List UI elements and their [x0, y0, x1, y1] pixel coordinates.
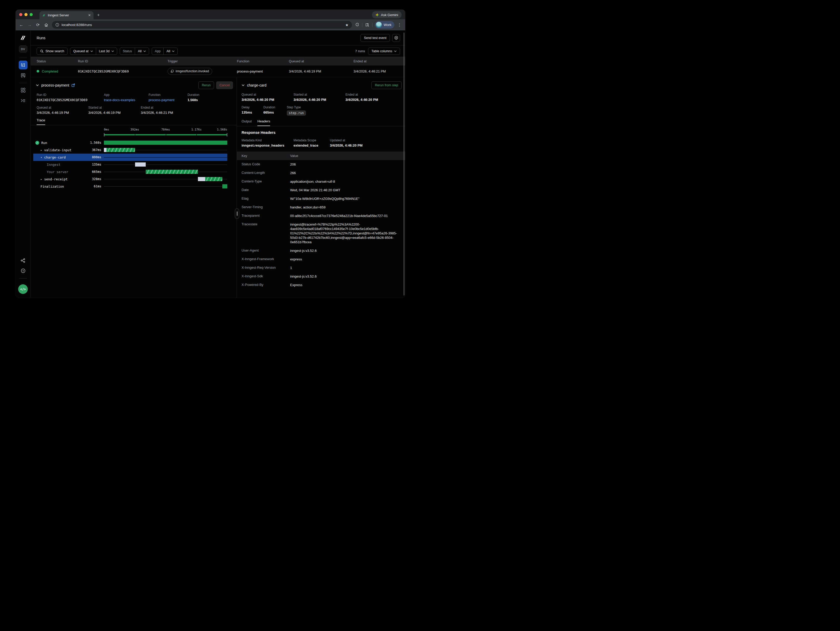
header-row: X-Inngest-Frameworkexpress [242, 255, 400, 264]
traffic-lights [19, 13, 33, 16]
queued-at-dropdown[interactable]: Queued at [70, 48, 96, 55]
close-button[interactable] [19, 13, 22, 16]
collapse-chevron-icon[interactable] [242, 84, 245, 86]
function-cell: process-payment [237, 70, 289, 73]
trace-row-finalization[interactable]: Finalization61ms [33, 183, 227, 190]
profile-chip[interactable]: Work [375, 21, 394, 28]
ended-value: 3/4/2026, 4:46:21 PM [141, 111, 233, 115]
metadata-scope-label: Metadata Scope [294, 139, 330, 142]
table-row[interactable]: Completed 01KJXD1TQCZ852GMEX0CQF3D69 inn… [31, 65, 405, 77]
reload-icon[interactable]: ⟳ [35, 22, 41, 28]
help-button[interactable]: ? [19, 266, 28, 275]
dev-tools-button[interactable]: </> [18, 284, 28, 294]
step-ended-value: 3/4/2026, 4:46:20 PM [346, 98, 401, 101]
zoom-button[interactable] [30, 13, 33, 16]
extensions-icon[interactable] [355, 23, 360, 27]
app-link[interactable]: trace-docs-examples [104, 98, 148, 102]
sidebar-item-apps[interactable] [19, 86, 28, 95]
tab-output[interactable]: Output [242, 119, 252, 126]
time-range-dropdown[interactable]: Last 3d [96, 48, 117, 55]
queued-at-cell: 3/4/2026, 4:46:19 PM [289, 70, 354, 73]
sidebar-item-runs[interactable] [19, 60, 28, 70]
step-type-label: Step Type [287, 106, 401, 109]
bookmark-star-icon[interactable]: ★ [345, 23, 349, 27]
send-test-event-button[interactable]: Send test event [360, 34, 390, 42]
rerun-from-step-button[interactable]: Rerun from step [371, 81, 401, 89]
table-columns-button[interactable]: Table columns [368, 47, 400, 55]
step-queued-value: 3/4/2026, 4:46:20 PM [242, 98, 294, 101]
time-filter: Queued at Last 3d [70, 47, 117, 55]
trace-row-validate-input[interactable]: ▸validate-input367ms [33, 146, 227, 153]
status-filter-dropdown[interactable]: All [135, 48, 149, 55]
duration-label: Duration [188, 93, 233, 96]
avatar [376, 22, 382, 28]
started-value: 3/4/2026, 4:46:19 PM [88, 111, 141, 115]
settings-button[interactable] [392, 34, 400, 42]
header-row: EtagW/"10a-W8k9rUOR+zZG9xQQp8hg7694N1E" [242, 195, 400, 203]
run-id-value: 01KJXD1TQCZ852GMEX0CQF3D69 [36, 98, 104, 102]
home-icon[interactable] [44, 22, 49, 28]
pane-resize-handle[interactable] [235, 209, 239, 219]
collapse-chevron-icon[interactable] [36, 84, 39, 86]
header-row: User-Agentinngest-js:v3.52.6 [242, 247, 400, 255]
sidebar-divider [19, 58, 27, 58]
delay-value: 135ms [242, 111, 264, 114]
new-tab-button[interactable]: + [97, 13, 100, 18]
page-search-icon[interactable] [365, 23, 369, 27]
url-text[interactable]: localhost:8288/runs [62, 23, 343, 27]
run-detail-panel: process-payment Rerun Cancel Run ID01KJX… [31, 77, 237, 297]
share-button[interactable] [19, 256, 28, 265]
trace-row-run[interactable]: ✓Run1.568s [33, 139, 227, 146]
sidebar: DV ? </> [16, 30, 31, 297]
kv-key-col: Key [242, 154, 290, 158]
apps-icon [21, 88, 26, 93]
run-title: process-payment [41, 83, 69, 87]
main-content: Runs Send test event Show search Queued … [31, 30, 405, 297]
env-badge[interactable]: DV [19, 46, 27, 52]
trace-row-send-receipt[interactable]: ▸send-receipt328ms [33, 176, 227, 183]
step-ended-label: Ended at [346, 93, 401, 96]
col-queued-at: Queued at [289, 60, 354, 63]
search-box-icon [21, 73, 26, 78]
caret-right-icon[interactable]: ▸ [41, 149, 42, 152]
browser-tab[interactable]: Inngest Server ✕ [39, 11, 93, 19]
url-bar[interactable]: localhost:8288/runs ★ [52, 21, 352, 28]
tab-close-icon[interactable]: ✕ [88, 13, 91, 17]
caret-down-icon[interactable]: ▾ [41, 156, 42, 159]
step-tabs: Output Headers [237, 115, 405, 126]
tab-headers[interactable]: Headers [257, 119, 270, 126]
header-row: DateWed, 04 Mar 2026 21:46:20 GMT [242, 186, 400, 195]
tab-trace[interactable]: Trace [36, 118, 45, 125]
rerun-button[interactable]: Rerun [199, 81, 214, 89]
trace-minimap[interactable] [104, 133, 227, 136]
show-search-button[interactable]: Show search [36, 47, 68, 55]
app-filter-dropdown[interactable]: All [163, 48, 177, 55]
cancel-button[interactable]: Cancel [216, 81, 233, 89]
caret-right-icon[interactable]: ▸ [41, 178, 42, 180]
trace-row-your-server[interactable]: Your server665ms [33, 168, 227, 176]
step-duration-value: 665ms [264, 111, 287, 114]
trigger-pill[interactable]: inngest/function.invoked [167, 68, 212, 75]
back-icon[interactable]: ← [19, 22, 24, 28]
updated-at-value: 3/4/2026, 4:46:20 PM [330, 144, 400, 147]
browser-menu-icon[interactable]: ⋮ [397, 22, 402, 28]
queued-label: Queued at [36, 106, 88, 109]
function-link[interactable]: process-payment [148, 98, 188, 102]
header-row: Traceparent00-a8bc2f17c4ccce87cc7376e524… [242, 212, 400, 220]
sidebar-item-inspector[interactable] [19, 71, 28, 80]
trace-row-charge-card[interactable]: ▾charge-card800ms [33, 153, 227, 161]
trace-row-inngest[interactable]: Inngest135ms [33, 161, 227, 168]
help-icon: ? [21, 268, 26, 274]
sidebar-item-stream[interactable] [19, 96, 28, 105]
page-scrollbar[interactable] [403, 33, 405, 296]
minimize-button[interactable] [24, 13, 28, 16]
chevron-down-icon [144, 51, 146, 52]
external-link-icon[interactable] [71, 84, 75, 87]
detail-split: process-payment Rerun Cancel Run ID01KJX… [31, 77, 405, 297]
ask-gemini-button[interactable]: Ask Gemini [372, 11, 401, 19]
forward-icon[interactable]: → [27, 22, 32, 28]
trace-tabs: Trace [31, 115, 237, 125]
runs-table-header: Status Run ID Trigger Function Queued at… [31, 57, 405, 65]
inngest-logo-icon [19, 34, 27, 41]
site-info-icon[interactable] [55, 23, 59, 27]
